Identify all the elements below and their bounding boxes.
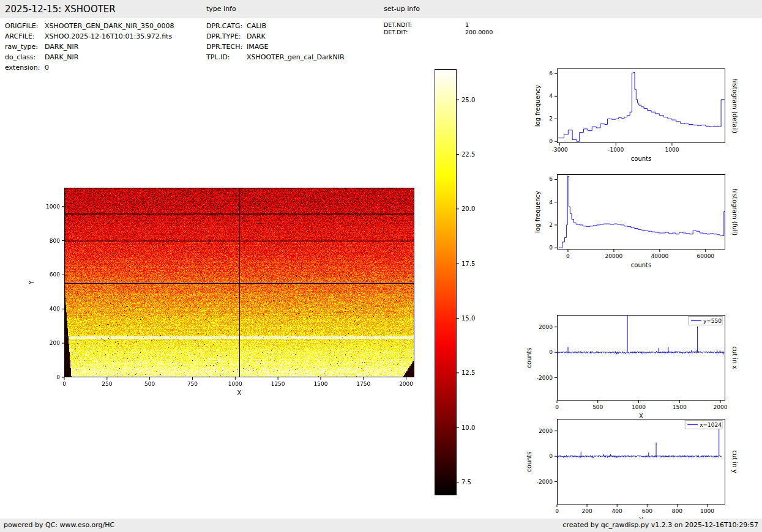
svg-text:20.0: 20.0 (461, 205, 475, 212)
field-label: DPR.CATG: (206, 21, 247, 31)
svg-text:250: 250 (102, 381, 112, 387)
cut-in-x-plot: 0500100015002000-200002000Xcountscut in … (557, 315, 725, 401)
svg-text:6: 6 (549, 70, 553, 76)
dark-frame-image-plot: 0250500750100012501500175020000200400600… (64, 188, 414, 377)
svg-text:counts: counts (526, 451, 532, 471)
footer-right-text: created by qc_rawdisp.py v1.2.3 on 2025-… (562, 519, 758, 532)
file-info-row: ARCFILE:XSHOO.2025-12-16T10:01:35.972.fi… (5, 31, 174, 42)
type-info-row: DPR.CATG:CALIB (206, 21, 345, 31)
svg-text:4: 4 (549, 93, 553, 99)
svg-text:7.5: 7.5 (461, 479, 471, 486)
svg-text:0: 0 (555, 508, 559, 514)
svg-text:X: X (237, 390, 242, 396)
svg-text:-1000: -1000 (608, 147, 624, 153)
svg-text:1000: 1000 (665, 147, 679, 153)
histogram-full-plot: 02000040000600000246countslog frequencyh… (557, 174, 725, 249)
svg-text:6: 6 (549, 176, 553, 182)
svg-text:17.5: 17.5 (461, 260, 475, 267)
qc-report-page: 2025-12-15: XSHOOTER type info set-up in… (0, 0, 762, 532)
svg-text:cut in y: cut in y (731, 450, 738, 473)
field-label: raw_type: (5, 42, 45, 52)
svg-text:0: 0 (62, 381, 66, 387)
svg-text:25.0: 25.0 (461, 97, 475, 103)
svg-text:2000: 2000 (539, 324, 553, 330)
cut-in-y-plot: 02004006008001000-200002000Ycountscut in… (557, 419, 725, 504)
field-label: DPR.TYPE: (206, 31, 247, 42)
svg-text:400: 400 (612, 508, 622, 514)
svg-text:counts: counts (631, 262, 651, 268)
field-value: XSHOOTER_gen_cal_DarkNIR (247, 52, 345, 62)
svg-text:500: 500 (592, 404, 603, 410)
svg-text:800: 800 (672, 508, 682, 514)
file-info-row: do_class:DARK_NIR (5, 52, 174, 62)
file-info-row: ORIGFILE:XSHOOTER_GEN_DARK_NIR_350_0008 (5, 21, 174, 31)
setup-info-heading: set-up info (384, 0, 420, 18)
svg-text:60000: 60000 (697, 253, 714, 259)
svg-text:200: 200 (50, 340, 60, 346)
svg-text:counts: counts (526, 347, 532, 368)
svg-text:500: 500 (144, 381, 155, 387)
svg-text:22.5: 22.5 (461, 151, 475, 158)
svg-text:0: 0 (549, 453, 553, 459)
svg-text:1500: 1500 (673, 404, 687, 410)
field-value: XSHOO.2025-12-16T10:01:35.972.fits (45, 31, 172, 42)
type-info-heading: type info (206, 0, 236, 18)
file-info-row: extension:0 (5, 62, 174, 73)
svg-text:histogram (full): histogram (full) (731, 188, 738, 235)
setup-info-row: DET.NDIT:1 (384, 21, 493, 29)
svg-text:log frequency: log frequency (534, 85, 541, 127)
svg-text:15.0: 15.0 (461, 315, 475, 322)
svg-text:x=1024: x=1024 (700, 422, 722, 428)
svg-text:0: 0 (566, 253, 570, 259)
svg-text:-2000: -2000 (537, 375, 553, 381)
type-info-block: DPR.CATG:CALIB DPR.TYPE:DARK DPR.TECH:IM… (206, 21, 345, 62)
setup-info-block: DET.NDIT:1 DET.DIT:200.0000 (384, 21, 493, 36)
svg-text:1250: 1250 (271, 381, 285, 387)
field-value: IMAGE (247, 42, 269, 52)
svg-text:800: 800 (50, 238, 60, 244)
svg-text:1750: 1750 (356, 381, 370, 387)
svg-text:600: 600 (50, 272, 60, 278)
svg-text:2: 2 (549, 222, 553, 228)
svg-text:2000: 2000 (714, 404, 728, 410)
header-bar: 2025-12-15: XSHOOTER type info set-up in… (0, 0, 762, 18)
field-label: ORIGFILE: (5, 21, 45, 31)
svg-text:1000: 1000 (632, 404, 646, 410)
field-label: DET.DIT: (384, 29, 465, 36)
svg-text:0: 0 (555, 404, 559, 410)
field-value: DARK_NIR (45, 52, 78, 62)
page-title: 2025-12-15: XSHOOTER (5, 0, 116, 18)
field-label: TPL.ID: (206, 52, 247, 62)
svg-text:200: 200 (582, 508, 592, 514)
svg-text:counts: counts (631, 155, 651, 162)
svg-text:2000: 2000 (539, 428, 553, 434)
colorbar-gradient (435, 69, 457, 495)
dark-frame-canvas (64, 188, 414, 377)
field-label: ARCFILE: (5, 31, 45, 42)
svg-text:Y: Y (28, 280, 35, 285)
svg-text:20000: 20000 (605, 253, 623, 259)
field-value: 0 (45, 62, 49, 73)
svg-text:y=550: y=550 (703, 318, 722, 324)
svg-text:400: 400 (50, 306, 60, 312)
svg-text:2000: 2000 (399, 381, 413, 387)
file-info-block: ORIGFILE:XSHOOTER_GEN_DARK_NIR_350_0008 … (5, 21, 174, 73)
field-label: do_class: (5, 52, 45, 62)
field-label: DPR.TECH: (206, 42, 247, 52)
svg-text:10.0: 10.0 (461, 424, 475, 431)
field-value: XSHOOTER_GEN_DARK_NIR_350_0008 (45, 21, 174, 31)
svg-text:750: 750 (187, 381, 198, 387)
field-label: DET.NDIT: (384, 21, 465, 29)
svg-text:histogram (detail): histogram (detail) (731, 78, 738, 133)
field-value: DARK_NIR (45, 42, 78, 52)
svg-text:0: 0 (549, 245, 553, 251)
svg-text:0: 0 (549, 349, 553, 355)
svg-text:0: 0 (56, 374, 60, 380)
field-value: 200.0000 (465, 29, 493, 36)
svg-text:40000: 40000 (651, 253, 669, 259)
field-value: 1 (465, 21, 469, 29)
svg-text:-3000: -3000 (552, 147, 568, 153)
svg-text:2: 2 (549, 116, 553, 122)
type-info-row: DPR.TYPE:DARK (206, 31, 345, 42)
file-info-row: raw_type:DARK_NIR (5, 42, 174, 52)
